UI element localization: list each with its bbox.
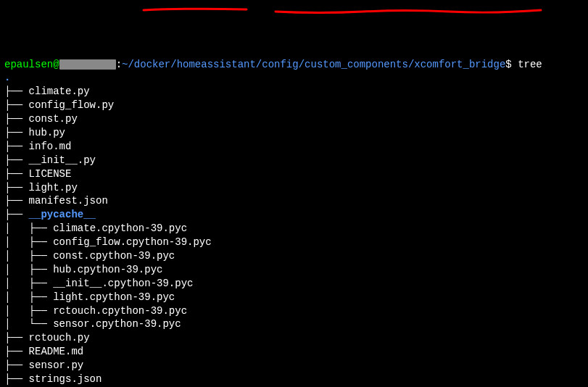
tree-prefix: │ ├── bbox=[4, 250, 53, 262]
tree-item: config_flow.py bbox=[29, 99, 115, 111]
tree-prefix: ├── bbox=[4, 195, 29, 207]
tree-output: ├── climate.py ├── config_flow.py ├── co… bbox=[4, 85, 584, 387]
tree-prefix: ├── bbox=[4, 359, 29, 371]
tree-prefix: │ ├── bbox=[4, 278, 53, 289]
tree-prefix: ├── bbox=[4, 373, 29, 385]
tree-prefix: ├── bbox=[4, 127, 29, 138]
terminal[interactable]: epaulsen@:~/docker/homeassistant/config/… bbox=[4, 58, 584, 387]
tree-prefix: ├── bbox=[4, 182, 29, 194]
tree-prefix: │ ├── bbox=[4, 291, 53, 303]
tree-prefix: │ ├── bbox=[4, 222, 53, 234]
prompt-dollar: $ bbox=[505, 59, 511, 70]
prompt-line: epaulsen@:~/docker/homeassistant/config/… bbox=[4, 59, 542, 70]
tree-prefix: │ ├── bbox=[4, 236, 53, 248]
tree-item: light.py bbox=[29, 182, 78, 194]
tree-item: info.md bbox=[29, 141, 72, 152]
tree-prefix: ├── bbox=[4, 99, 29, 111]
tree-item: hub.cpython-39.pyc bbox=[53, 264, 162, 275]
tree-item: sensor.py bbox=[29, 359, 84, 371]
tree-prefix: │ ├── bbox=[4, 305, 53, 317]
tree-item: climate.py bbox=[29, 86, 90, 97]
tree-prefix: ├── bbox=[4, 332, 29, 344]
tree-prefix: │ └── bbox=[4, 318, 53, 330]
prompt-colon: : bbox=[116, 59, 122, 70]
tree-item: const.py bbox=[29, 113, 78, 125]
tree-prefix: ├── bbox=[4, 168, 29, 180]
tree-item: __pycache__ bbox=[29, 209, 96, 220]
tree-item: hub.py bbox=[29, 127, 65, 138]
tree-item: rctouch.cpython-39.pyc bbox=[53, 305, 187, 317]
tree-root-dot: . bbox=[4, 72, 10, 83]
tree-prefix: ├── bbox=[4, 113, 29, 125]
tree-prefix: ├── bbox=[4, 209, 29, 220]
tree-item: climate.cpython-39.pyc bbox=[53, 222, 187, 234]
tree-prefix: ├── bbox=[4, 86, 29, 97]
prompt-host-redacted bbox=[59, 59, 116, 70]
tree-item: strings.json bbox=[29, 373, 102, 385]
tree-item: __init__.py bbox=[29, 154, 96, 166]
tree-item: manifest.json bbox=[29, 195, 108, 207]
tree-item: config_flow.cpython-39.pyc bbox=[53, 236, 211, 248]
command: tree bbox=[518, 59, 542, 70]
prompt-at: @ bbox=[53, 59, 59, 70]
prompt-path: ~/docker/homeassistant/config/custom_com… bbox=[122, 59, 505, 70]
tree-prefix: │ ├── bbox=[4, 264, 53, 275]
tree-item: rctouch.py bbox=[29, 332, 90, 344]
tree-prefix: ├── bbox=[4, 141, 29, 152]
tree-item: light.cpython-39.pyc bbox=[53, 291, 175, 303]
prompt-user: epaulsen bbox=[4, 59, 53, 70]
tree-item: const.cpython-39.pyc bbox=[53, 250, 175, 262]
tree-item: __init__.cpython-39.pyc bbox=[53, 278, 193, 289]
tree-item: README.md bbox=[29, 346, 84, 357]
tree-item: LICENSE bbox=[29, 168, 72, 180]
tree-prefix: ├── bbox=[4, 154, 29, 166]
tree-prefix: ├── bbox=[4, 346, 29, 357]
tree-item: sensor.cpython-39.pyc bbox=[53, 318, 181, 330]
